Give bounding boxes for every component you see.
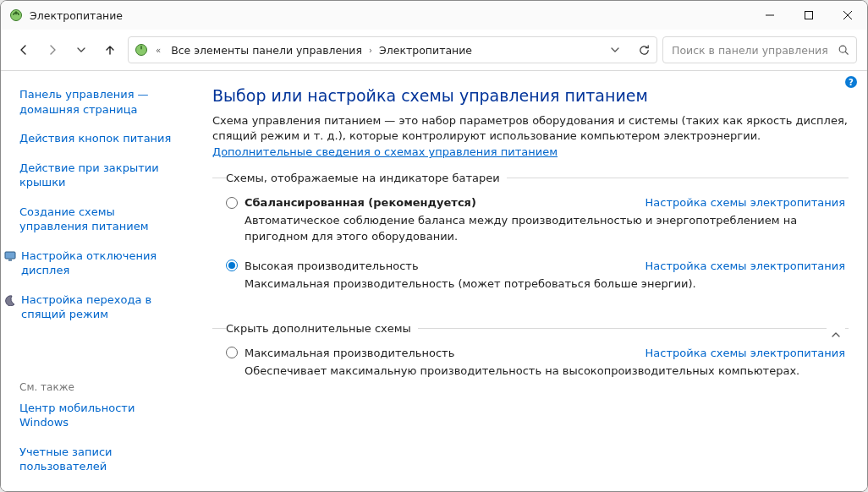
power-plan-ultimate: Максимальная производительность Настройк… xyxy=(226,347,845,379)
sidebar-link-label: Настройка отключения дисплея xyxy=(21,249,187,278)
sidebar-link-label: Настройка перехода в спящий режим xyxy=(21,292,187,322)
more-info-link[interactable]: Дополнительные сведения о схемах управле… xyxy=(212,145,558,158)
window-frame: Электропитание « Все элементы панели упр… xyxy=(0,0,868,492)
maximize-button[interactable] xyxy=(789,1,828,30)
breadcrumb-prefix-icon: « xyxy=(154,46,162,55)
window-title: Электропитание xyxy=(30,9,750,22)
group-legend: Схемы, отображаемые на индикаторе батаре… xyxy=(226,172,507,184)
plan-description: Автоматическое соблюдение баланса между … xyxy=(244,213,845,243)
chevron-right-icon: › xyxy=(367,46,374,55)
group-legend: Скрыть дополнительные схемы xyxy=(226,322,418,335)
see-also-link[interactable]: Центр мобильности Windows xyxy=(19,398,187,439)
minimize-button[interactable] xyxy=(750,1,789,30)
titlebar: Электропитание xyxy=(1,1,867,30)
svg-rect-6 xyxy=(5,252,15,259)
sidebar-link[interactable]: Создание схемы управления питанием xyxy=(19,202,187,243)
change-plan-link[interactable]: Настройка схемы электропитания xyxy=(646,260,845,272)
sidebar-link[interactable]: Действия кнопок питания xyxy=(19,128,187,155)
back-button[interactable] xyxy=(11,37,36,63)
recent-dropdown[interactable] xyxy=(69,37,94,63)
collapse-toggle[interactable] xyxy=(827,325,845,344)
plan-name[interactable]: Максимальная производительность xyxy=(244,347,639,359)
see-also-label: См. также xyxy=(19,381,187,393)
plan-name[interactable]: Высокая производительность xyxy=(244,260,639,272)
main-panel: Выбор или настройка схемы управления пит… xyxy=(197,71,867,491)
page-heading: Выбор или настройка схемы управления пит… xyxy=(212,86,849,105)
plan-group-battery: Схемы, отображаемые на индикаторе батаре… xyxy=(212,172,849,312)
power-plan-balanced: Сбалансированная (рекомендуется) Настрой… xyxy=(226,196,845,243)
address-app-icon xyxy=(134,42,149,57)
moon-icon xyxy=(4,294,16,306)
plan-radio[interactable] xyxy=(226,197,238,209)
breadcrumb-item[interactable]: Электропитание xyxy=(376,42,475,58)
search-input[interactable] xyxy=(670,43,838,57)
address-dropdown-icon[interactable] xyxy=(607,42,623,57)
help-icon[interactable]: ? xyxy=(845,76,857,88)
power-plan-high-performance: Высокая производительность Настройка схе… xyxy=(226,260,845,292)
content-area: ? Панель управления — домашняя страница … xyxy=(1,71,867,491)
sidebar-link-display-off[interactable]: Настройка отключения дисплея xyxy=(4,246,187,287)
search-box[interactable] xyxy=(662,36,857,63)
plan-description: Обеспечивает максимальную производительн… xyxy=(244,364,845,379)
sidebar: Панель управления — домашняя страница Де… xyxy=(1,71,197,491)
up-button[interactable] xyxy=(97,37,123,63)
app-icon xyxy=(9,8,23,22)
see-also-link[interactable]: Учетные записи пользователей xyxy=(19,442,187,483)
plan-radio[interactable] xyxy=(226,347,238,358)
change-plan-link[interactable]: Настройка схемы электропитания xyxy=(646,347,845,359)
intro-text: Схема управления питанием — это набор па… xyxy=(212,113,849,144)
sidebar-link[interactable]: Действие при закрытии крышки xyxy=(19,158,187,199)
address-bar[interactable]: « Все элементы панели управления › Элект… xyxy=(128,36,657,63)
forward-button[interactable] xyxy=(40,37,65,63)
breadcrumb-item[interactable]: Все элементы панели управления xyxy=(168,42,365,58)
breadcrumbs: Все элементы панели управления › Электро… xyxy=(168,42,602,58)
sidebar-home-link[interactable]: Панель управления — домашняя страница xyxy=(19,85,187,125)
plan-description: Максимальная производительность (может п… xyxy=(244,276,845,292)
nav-buttons xyxy=(11,37,123,63)
toolbar: « Все элементы панели управления › Элект… xyxy=(1,30,867,71)
search-icon[interactable] xyxy=(838,44,849,56)
refresh-button[interactable] xyxy=(636,42,651,57)
svg-rect-4 xyxy=(140,46,141,49)
plan-group-extra: Скрыть дополнительные схемы Максимальная… xyxy=(212,322,849,399)
monitor-icon xyxy=(4,250,16,262)
plan-radio[interactable] xyxy=(226,260,238,271)
svg-rect-2 xyxy=(805,12,813,19)
window-controls xyxy=(750,1,867,30)
svg-rect-7 xyxy=(8,260,12,261)
change-plan-link[interactable]: Настройка схемы электропитания xyxy=(646,196,845,209)
sidebar-link-sleep[interactable]: Настройка перехода в спящий режим xyxy=(4,290,187,331)
close-button[interactable] xyxy=(828,1,867,30)
plan-name[interactable]: Сбалансированная (рекомендуется) xyxy=(244,196,476,209)
svg-rect-1 xyxy=(15,11,16,14)
